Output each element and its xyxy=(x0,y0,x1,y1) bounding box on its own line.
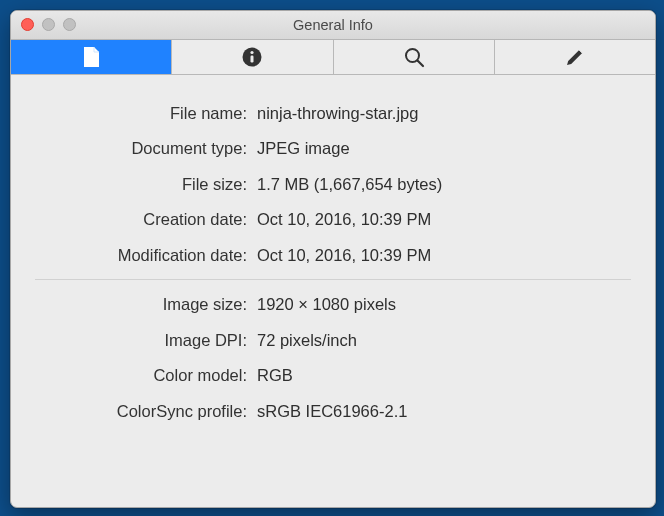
tab-info[interactable] xyxy=(172,40,333,74)
pencil-icon xyxy=(564,46,586,68)
document-icon xyxy=(82,46,101,68)
label-file-name: File name: xyxy=(35,102,257,125)
label-image-size: Image size: xyxy=(35,293,257,316)
svg-rect-2 xyxy=(251,56,254,63)
tab-edit[interactable] xyxy=(495,40,655,74)
row-file-size: File size: 1.7 MB (1,667,654 bytes) xyxy=(35,173,631,196)
separator xyxy=(35,279,631,280)
tabbar xyxy=(11,40,655,75)
value-modification-date: Oct 10, 2016, 10:39 PM xyxy=(257,244,631,267)
close-button[interactable] xyxy=(21,18,34,31)
maximize-button[interactable] xyxy=(63,18,76,31)
general-info-window: General Info xyxy=(10,10,656,508)
svg-line-4 xyxy=(417,61,423,67)
row-creation-date: Creation date: Oct 10, 2016, 10:39 PM xyxy=(35,208,631,231)
info-content: File name: ninja-throwing-star.jpg Docum… xyxy=(11,75,655,507)
row-file-name: File name: ninja-throwing-star.jpg xyxy=(35,102,631,125)
window-controls xyxy=(21,18,76,31)
label-colorsync: ColorSync profile: xyxy=(35,400,257,423)
value-image-dpi: 72 pixels/inch xyxy=(257,329,631,352)
label-modification-date: Modification date: xyxy=(35,244,257,267)
value-color-model: RGB xyxy=(257,364,631,387)
label-color-model: Color model: xyxy=(35,364,257,387)
minimize-button[interactable] xyxy=(42,18,55,31)
window-title: General Info xyxy=(11,17,655,33)
value-document-type: JPEG image xyxy=(257,137,631,160)
row-image-dpi: Image DPI: 72 pixels/inch xyxy=(35,329,631,352)
value-image-size: 1920 × 1080 pixels xyxy=(257,293,631,316)
label-file-size: File size: xyxy=(35,173,257,196)
tab-general[interactable] xyxy=(11,40,172,74)
search-icon xyxy=(403,46,425,68)
info-icon xyxy=(241,46,263,68)
titlebar: General Info xyxy=(11,11,655,40)
value-file-size: 1.7 MB (1,667,654 bytes) xyxy=(257,173,631,196)
label-document-type: Document type: xyxy=(35,137,257,160)
value-colorsync: sRGB IEC61966-2.1 xyxy=(257,400,631,423)
label-creation-date: Creation date: xyxy=(35,208,257,231)
label-image-dpi: Image DPI: xyxy=(35,329,257,352)
row-document-type: Document type: JPEG image xyxy=(35,137,631,160)
value-file-name: ninja-throwing-star.jpg xyxy=(257,102,631,125)
svg-point-1 xyxy=(251,51,254,54)
row-image-size: Image size: 1920 × 1080 pixels xyxy=(35,293,631,316)
tab-search[interactable] xyxy=(334,40,495,74)
row-modification-date: Modification date: Oct 10, 2016, 10:39 P… xyxy=(35,244,631,267)
row-colorsync: ColorSync profile: sRGB IEC61966-2.1 xyxy=(35,400,631,423)
row-color-model: Color model: RGB xyxy=(35,364,631,387)
value-creation-date: Oct 10, 2016, 10:39 PM xyxy=(257,208,631,231)
